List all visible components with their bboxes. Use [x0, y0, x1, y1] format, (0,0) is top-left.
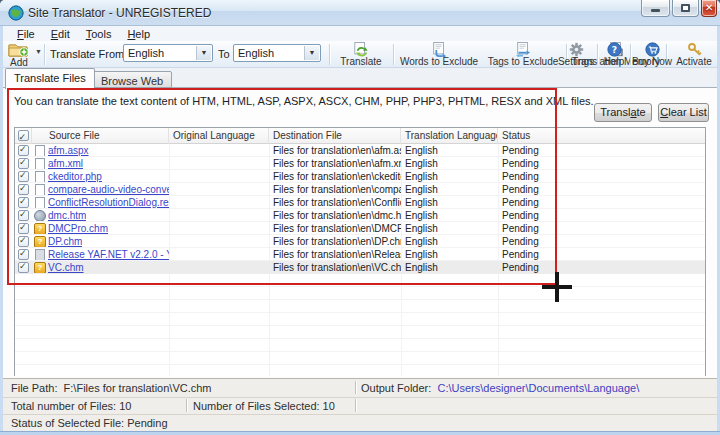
row-checkbox[interactable]: [18, 210, 29, 221]
header-original-language[interactable]: Original Language: [169, 128, 269, 144]
translation-language-cell: English: [401, 184, 498, 195]
total-files-panel: Total number of Files: 10: [11, 400, 131, 412]
window-border-left: [0, 26, 3, 431]
header-translation-language[interactable]: Translation Language: [401, 128, 498, 144]
row-checkbox[interactable]: [18, 262, 29, 273]
destination-file-cell: Files for translation\en\compare-a...: [269, 184, 401, 195]
file-type-icon: [34, 197, 45, 208]
table-row[interactable]: DMCPro.chm Files for translation\en\DMCP…: [15, 222, 705, 235]
file-type-icon: [34, 210, 45, 221]
help-icon: ?: [607, 42, 622, 57]
destination-file-cell: Files for translation\en\ConflictRe...: [269, 197, 401, 208]
app-icon: [8, 5, 24, 21]
source-file-link[interactable]: ckeditor.php: [48, 171, 102, 182]
row-checkbox[interactable]: [18, 236, 29, 247]
activate-key-icon: [687, 42, 702, 57]
status-cell: Pending: [498, 184, 705, 195]
table-header[interactable]: Source File Original Language Destinatio…: [15, 128, 705, 144]
destination-file-cell: Files for translation\en\Release Y...: [269, 249, 401, 260]
status-bar-row-1: File Path: F:\Files for translation\VC.c…: [3, 378, 717, 397]
translation-language-cell: English: [401, 145, 498, 156]
menu-edit[interactable]: Edit: [43, 28, 78, 40]
row-checkbox[interactable]: [18, 223, 29, 234]
source-file-link[interactable]: DP.chm: [48, 236, 82, 247]
source-file-link[interactable]: compare-audio-video-converters.as...: [48, 184, 169, 195]
status-cell: Pending: [498, 197, 705, 208]
file-type-icon: [34, 184, 45, 195]
statusbar-separator: [186, 399, 187, 412]
table-row[interactable]: compare-audio-video-converters.as... Fil…: [15, 183, 705, 196]
title-bar[interactable]: Site Translator - UNREGISTERED ✕: [0, 0, 720, 26]
minimize-button[interactable]: [641, 0, 670, 17]
clear-list-button[interactable]: Clear List: [658, 103, 709, 122]
activate-button[interactable]: Activate: [673, 42, 715, 67]
help-button[interactable]: ? Help: [600, 42, 628, 67]
window-border-bottom: [0, 431, 720, 435]
menu-file[interactable]: File: [9, 28, 43, 40]
settings-gear-icon: [569, 42, 584, 57]
source-file-link[interactable]: VC.chm: [48, 262, 84, 273]
file-type-icon: [34, 171, 45, 182]
table-row[interactable]: VC.chm Files for translation\en\VC.chm E…: [15, 261, 705, 274]
close-button[interactable]: ✕: [701, 0, 717, 17]
status-cell: Pending: [498, 223, 705, 234]
maximize-button[interactable]: [672, 0, 699, 17]
file-type-icon: [34, 236, 45, 247]
table-row[interactable]: Release YAF.NET v2.2.0 - YAFNET... Files…: [15, 248, 705, 261]
header-checkbox[interactable]: [18, 130, 29, 141]
tab-translate-files[interactable]: Translate Files: [5, 68, 95, 89]
source-file-link[interactable]: DMCPro.chm: [48, 223, 108, 234]
maximize-icon: [681, 4, 690, 12]
menu-bar: File Edit Tools Help: [3, 26, 717, 41]
close-icon: ✕: [705, 2, 713, 13]
table-row[interactable]: afm.aspx Files for translation\en\afm.as…: [15, 144, 705, 157]
source-file-link[interactable]: dmc.htm: [48, 210, 86, 221]
translation-language-cell: English: [401, 223, 498, 234]
source-file-link[interactable]: afm.xml: [48, 158, 83, 169]
menu-tools[interactable]: Tools: [78, 28, 120, 40]
settings-button[interactable]: Settings: [556, 42, 596, 67]
header-status[interactable]: Status: [498, 128, 705, 144]
row-checkbox[interactable]: [18, 249, 29, 260]
file-type-icon: [34, 249, 45, 260]
header-destination-file[interactable]: Destination File: [269, 128, 401, 144]
menu-help[interactable]: Help: [119, 28, 158, 40]
row-checkbox[interactable]: [18, 197, 29, 208]
file-type-icon: [34, 262, 45, 273]
destination-file-cell: Files for translation\en\DMCPro.c...: [269, 223, 401, 234]
translate-button[interactable]: Translate: [594, 103, 652, 122]
translation-language-cell: English: [401, 210, 498, 221]
tab-browse-web[interactable]: Browse Web: [92, 71, 172, 88]
files-table: Source File Original Language Destinatio…: [14, 127, 706, 376]
table-row[interactable]: DP.chm Files for translation\en\DP.chm E…: [15, 235, 705, 248]
source-file-link[interactable]: Release YAF.NET v2.2.0 - YAFNET...: [48, 249, 169, 260]
row-checkbox[interactable]: [18, 145, 29, 156]
header-source-file[interactable]: Source File: [32, 128, 169, 144]
destination-file-cell: Files for translation\en\VC.chm: [269, 262, 401, 273]
source-file-link[interactable]: afm.aspx: [48, 145, 89, 156]
statusbar-separator: [355, 399, 356, 412]
app-window: Site Translator - UNREGISTERED ✕ File Ed…: [0, 0, 720, 435]
status-cell: Pending: [498, 210, 705, 221]
translation-language-cell: English: [401, 236, 498, 247]
info-text: You can translate the text content of HT…: [14, 95, 594, 107]
minimize-icon: [651, 9, 660, 12]
source-file-link[interactable]: ConflictResolutionDialog.resx: [48, 197, 169, 208]
translate-files-panel: You can translate the text content of HT…: [3, 88, 717, 378]
table-row[interactable]: dmc.htm Files for translation\en\dmc.htm…: [15, 209, 705, 222]
destination-file-cell: Files for translation\en\afm.xml: [269, 158, 401, 169]
row-checkbox[interactable]: [18, 171, 29, 182]
buy-now-button[interactable]: Buy Now: [632, 42, 672, 67]
table-row[interactable]: ckeditor.php Files for translation\en\ck…: [15, 170, 705, 183]
buy-now-cart-icon: [645, 42, 660, 57]
table-row[interactable]: afm.xml Files for translation\en\afm.xml…: [15, 157, 705, 170]
translation-language-cell: English: [401, 249, 498, 260]
toolbar-tail: Settings ? Help Buy Now Activ: [3, 41, 717, 68]
row-checkbox[interactable]: [18, 184, 29, 195]
table-body: afm.aspx Files for translation\en\afm.as…: [15, 144, 705, 376]
table-row[interactable]: ConflictResolutionDialog.resx Files for …: [15, 196, 705, 209]
row-checkbox[interactable]: [18, 158, 29, 169]
destination-file-cell: Files for translation\en\ckeditor.php: [269, 171, 401, 182]
window-title: Site Translator - UNREGISTERED: [28, 6, 211, 20]
status-cell: Pending: [498, 236, 705, 247]
